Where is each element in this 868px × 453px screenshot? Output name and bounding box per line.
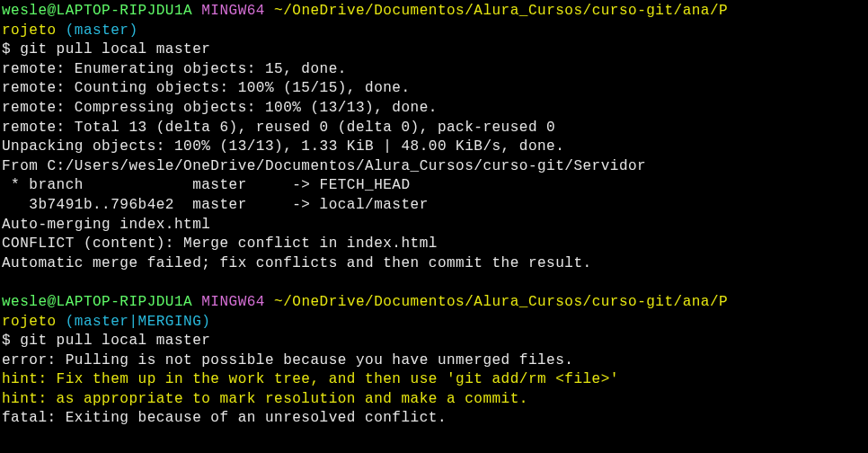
- output-line: 3b7491b..796b4e2 master -> local/master: [2, 196, 866, 216]
- command-input: $ git pull local master: [2, 40, 866, 60]
- output-line: remote: Total 13 (delta 6), reused 0 (de…: [2, 119, 866, 138]
- prompt-line-wrap: rojeto (master|MERGING): [2, 313, 866, 333]
- shell-name: MINGW64: [201, 3, 265, 19]
- fatal-line: fatal: Exiting because of an unresolved …: [2, 409, 866, 429]
- output-line: Automatic merge failed; fix conflicts an…: [2, 254, 866, 274]
- branch-status: (master|MERGING): [66, 314, 211, 330]
- output-line: * branch master -> FETCH_HEAD: [2, 176, 866, 196]
- output-line: Auto-merging index.html: [2, 216, 866, 235]
- cwd-part-b: rojeto: [2, 314, 57, 330]
- output-line: remote: Enumerating objects: 15, done.: [2, 60, 866, 80]
- branch-status: (master): [66, 22, 138, 39]
- command-input: $ git pull local master: [2, 332, 866, 351]
- prompt-line: wesle@LAPTOP-RIPJDU1A MINGW64 ~/OneDrive…: [2, 293, 866, 313]
- prompt-line: wesle@LAPTOP-RIPJDU1A MINGW64 ~/OneDrive…: [2, 2, 866, 22]
- user-host: wesle@LAPTOP-RIPJDU1A: [2, 294, 192, 310]
- user-host: wesle@LAPTOP-RIPJDU1A: [2, 3, 192, 19]
- cwd-part-a: ~/OneDrive/Documentos/Alura_Cursos/curso…: [274, 3, 728, 19]
- cwd-part-a: ~/OneDrive/Documentos/Alura_Cursos/curso…: [274, 294, 728, 310]
- output-line: remote: Compressing objects: 100% (13/13…: [2, 99, 866, 119]
- shell-name: MINGW64: [201, 294, 265, 310]
- conflict-line: CONFLICT (content): Merge conflict in in…: [2, 235, 866, 254]
- blank-line: [2, 273, 866, 293]
- hint-line: hint: as appropriate to mark resolution …: [2, 390, 866, 410]
- output-line: From C:/Users/wesle/OneDrive/Documentos/…: [2, 157, 866, 177]
- terminal[interactable]: wesle@LAPTOP-RIPJDU1A MINGW64 ~/OneDrive…: [2, 2, 866, 429]
- output-line: remote: Counting objects: 100% (15/15), …: [2, 79, 866, 99]
- output-line: Unpacking objects: 100% (13/13), 1.33 Ki…: [2, 138, 866, 157]
- prompt-line-wrap: rojeto (master): [2, 22, 866, 41]
- hint-line: hint: Fix them up in the work tree, and …: [2, 370, 866, 390]
- error-line: error: Pulling is not possible because y…: [2, 351, 866, 371]
- cwd-part-b: rojeto: [2, 22, 57, 39]
